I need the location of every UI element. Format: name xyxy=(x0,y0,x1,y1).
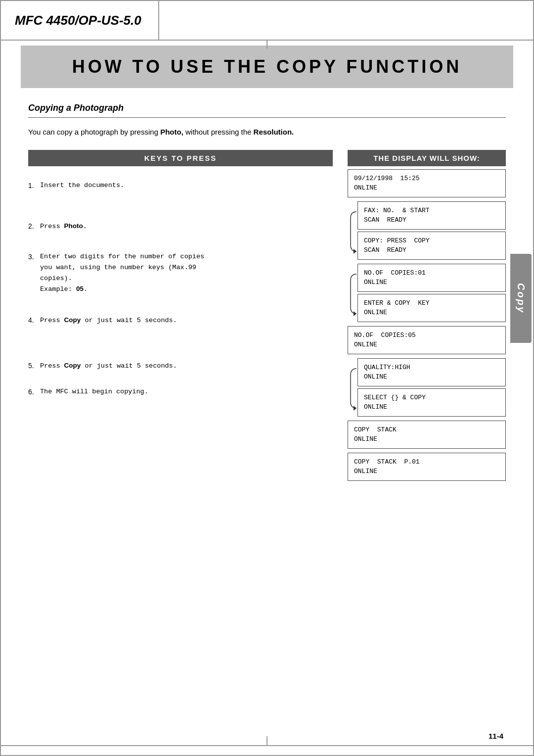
copy-side-tab: Copy xyxy=(510,254,532,343)
bracket-3-boxes: QUALITY:HIGH ONLINE SELECT {} & COPY ONL… xyxy=(357,358,506,419)
step-4-num: 4. xyxy=(28,315,40,326)
right-column: THE DISPLAY WILL SHOW: 09/12/1998 15:25 … xyxy=(348,150,506,485)
section-heading: Copying a Photograph xyxy=(28,103,506,113)
page-title: HOW TO USE THE COPY FUNCTION xyxy=(72,56,462,77)
display-no-copies-05: NO.OF COPIES:05 ONLINE xyxy=(348,326,506,354)
display-copy-stack-p01-wrap: COPY STACK P.01 ONLINE xyxy=(348,453,506,483)
display-fax-start: FAX: NO. & START SCAN READY xyxy=(357,201,506,230)
page-number: 11-4 xyxy=(489,732,503,740)
step-6-text: The MFC will begin copying. xyxy=(40,386,148,397)
display-copy-press: COPY: PRESS COPY SCAN READY xyxy=(357,232,506,260)
step-5: 5. Press Copy or just wait 5 seconds. xyxy=(28,360,333,372)
display-no-copies-01: NO.OF COPIES:01 ONLINE xyxy=(357,264,506,292)
bracket-group-3: QUALITY:HIGH ONLINE SELECT {} & COPY ONL… xyxy=(348,358,506,419)
step-6: 6. The MFC will begin copying. xyxy=(28,386,333,397)
bracket-group-1: FAX: NO. & START SCAN READY COPY: PRESS … xyxy=(348,201,506,262)
step-3-num: 3. xyxy=(28,251,40,262)
display-copy-stack: COPY STACK ONLINE xyxy=(348,421,506,449)
left-column: KEYS TO PRESS 1. Insert the documents. 2… xyxy=(28,150,348,485)
step-1-num: 1. xyxy=(28,180,40,191)
two-col-layout: KEYS TO PRESS 1. Insert the documents. 2… xyxy=(28,150,506,485)
top-tick xyxy=(267,40,267,48)
step-5-num: 5. xyxy=(28,360,40,371)
step-6-num: 6. xyxy=(28,386,40,397)
model-box: MFC 4450/OP-US-5.0 xyxy=(1,1,159,40)
bracket-2-svg xyxy=(348,264,357,324)
page-title-banner: HOW TO USE THE COPY FUNCTION xyxy=(21,46,513,88)
page: MFC 4450/OP-US-5.0 HOW TO USE THE COPY F… xyxy=(0,0,534,756)
step-3: 3. Enter two digits for the number of co… xyxy=(28,251,333,294)
display-select-copy: SELECT {} & COPY ONLINE xyxy=(357,388,506,417)
step-2: 2. Press Photo. xyxy=(28,221,333,232)
bracket-3-svg xyxy=(348,358,357,419)
display-no-copies-05-wrap: NO.OF COPIES:05 ONLINE xyxy=(348,326,506,356)
top-header: MFC 4450/OP-US-5.0 xyxy=(1,1,533,41)
bracket-3-icon xyxy=(348,366,357,411)
photo-bold: Photo, xyxy=(160,128,183,136)
bracket-group-2: NO.OF COPIES:01 ONLINE ENTER & COPY KEY … xyxy=(348,264,506,324)
keys-to-press-header: KEYS TO PRESS xyxy=(28,150,333,166)
bottom-tick xyxy=(267,736,267,745)
svg-marker-2 xyxy=(354,406,356,411)
intro-text: You can copy a photograph by pressing Ph… xyxy=(28,127,506,138)
step-1: 1. Insert the documents. xyxy=(28,180,333,191)
model-title: MFC 4450/OP-US-5.0 xyxy=(15,13,141,28)
step-3-text: Enter two digits for the number of copie… xyxy=(40,251,204,294)
bottom-bar xyxy=(1,745,533,755)
step-1-text: Insert the documents. xyxy=(40,180,124,191)
bracket-1-icon xyxy=(348,209,357,254)
svg-marker-0 xyxy=(354,249,356,254)
content-area: Copying a Photograph You can copy a phot… xyxy=(1,88,533,500)
display-enter-copy-key: ENTER & COPY KEY ONLINE xyxy=(357,294,506,322)
step-2-num: 2. xyxy=(28,221,40,232)
page-footer: 11-4 xyxy=(489,732,503,740)
display-copy-stack-wrap: COPY STACK ONLINE xyxy=(348,421,506,451)
display-date-time: 09/12/1998 15:25 ONLINE xyxy=(348,169,506,197)
display-quality-high: QUALITY:HIGH ONLINE xyxy=(357,358,506,386)
section-divider xyxy=(28,117,506,118)
copy-tab-label: Copy xyxy=(515,283,527,314)
display-copy-stack-p01: COPY STACK P.01 ONLINE xyxy=(348,453,506,481)
bracket-1-svg xyxy=(348,201,357,262)
display-will-show-header: THE DISPLAY WILL SHOW: xyxy=(348,150,506,166)
step-2-text: Press Photo. xyxy=(40,221,87,232)
step-4-text: Press Copy or just wait 5 seconds. xyxy=(40,315,177,326)
svg-marker-1 xyxy=(354,311,356,316)
resolution-bold: Resolution. xyxy=(254,128,294,136)
step-4: 4. Press Copy or just wait 5 seconds. xyxy=(28,315,333,326)
bracket-1-boxes: FAX: NO. & START SCAN READY COPY: PRESS … xyxy=(357,201,506,262)
bracket-2-boxes: NO.OF COPIES:01 ONLINE ENTER & COPY KEY … xyxy=(357,264,506,324)
display-stack: 09/12/1998 15:25 ONLINE FAX: NO. & START… xyxy=(348,166,506,485)
bracket-2-icon xyxy=(348,272,357,316)
header-divider xyxy=(159,1,533,40)
step-5-text: Press Copy or just wait 5 seconds. xyxy=(40,360,177,372)
